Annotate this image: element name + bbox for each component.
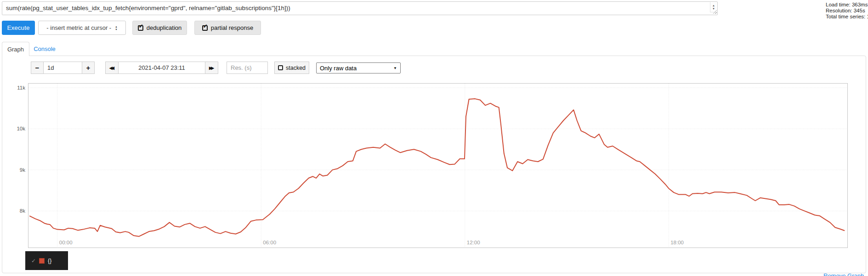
chevron-down-icon: ▼ [393, 66, 397, 70]
range-decrease-button[interactable]: − [31, 62, 44, 74]
unchecked-checkbox-icon [278, 65, 283, 70]
spinner-down-icon[interactable]: ▼ [712, 7, 715, 11]
y-tick-label: 10k [7, 125, 25, 132]
raw-data-select[interactable]: Only raw data ▼ [316, 62, 401, 73]
deduplication-label: deduplication [147, 24, 182, 31]
chart-canvas [28, 84, 847, 248]
stacked-toggle[interactable]: stacked [274, 62, 309, 74]
arrow-down-icon: ▼ [115, 28, 117, 31]
time-forward-button[interactable]: ▶▶ [205, 62, 218, 74]
remove-graph-button[interactable]: Remove Graph [823, 272, 864, 276]
check-icon: ✓ [203, 23, 208, 29]
checked-checkbox-icon: ✓ [138, 25, 143, 31]
partial-response-label: partial response [211, 24, 254, 31]
checked-checkbox-icon: ✓ [202, 25, 208, 31]
insert-metric-dropdown[interactable]: - insert metric at cursor - ▲ ▼ [38, 21, 126, 35]
tab-graph[interactable]: Graph [2, 42, 29, 56]
range-input[interactable] [43, 62, 82, 74]
query-input[interactable]: sum(rate(pg_stat_user_tables_idx_tup_fet… [2, 1, 718, 15]
total-time-series: Total time series: 1 [826, 14, 868, 20]
x-tick-label: 18:00 [670, 240, 684, 245]
series-line [29, 99, 845, 237]
tab-console[interactable]: Console [29, 42, 60, 56]
y-tick-label: 8k [7, 208, 25, 214]
datetime-input[interactable] [118, 62, 205, 74]
y-tick-label: 9k [7, 167, 25, 173]
execute-button[interactable]: Execute [2, 21, 35, 35]
updown-arrows-icon: ▲ ▼ [115, 25, 117, 31]
time-back-button[interactable]: ◀◀ [105, 62, 119, 74]
fast-forward-icon: ▶▶ [209, 66, 214, 70]
partial-response-toggle[interactable]: ✓ partial response [194, 21, 261, 35]
chart-plot-area[interactable]: 8k9k10k11k00:0006:0012:0018:00 [28, 83, 848, 248]
raw-data-select-value: Only raw data [320, 65, 357, 72]
legend-check-icon: ✓ [31, 258, 36, 264]
legend-item[interactable]: ✓ {} [25, 251, 68, 270]
check-icon: ✓ [139, 23, 143, 29]
query-bar: sum(rate(pg_stat_user_tables_idx_tup_fet… [2, 1, 718, 15]
y-tick-label: 11k [7, 84, 25, 91]
range-increase-button[interactable]: + [82, 62, 95, 74]
query-stats: Load time: 363ms Resolution: 345s Total … [826, 2, 868, 20]
rewind-icon: ◀◀ [109, 66, 114, 70]
load-time: Load time: 363ms [826, 2, 868, 8]
stacked-label: stacked [286, 65, 306, 71]
insert-metric-label: - insert metric at cursor - [46, 24, 111, 31]
x-tick-label: 06:00 [263, 240, 276, 245]
spinner-up-icon[interactable]: ▲ [712, 4, 715, 7]
resolution-input[interactable] [227, 62, 268, 74]
x-tick-label: 00:00 [59, 240, 73, 245]
resolution: Resolution: 345s [826, 8, 868, 14]
series-color-swatch [39, 258, 45, 264]
deduplication-toggle[interactable]: ✓ deduplication [132, 21, 187, 35]
series-label: {} [48, 258, 51, 264]
x-tick-label: 12:00 [467, 240, 480, 245]
